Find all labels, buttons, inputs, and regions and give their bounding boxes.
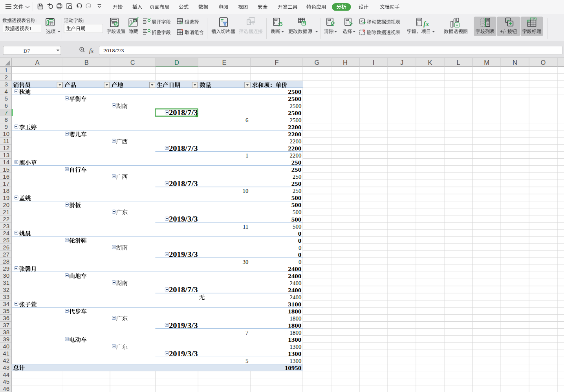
svg-text:30: 30 (3, 272, 9, 279)
svg-text:F: F (275, 59, 278, 66)
svg-text:8: 8 (5, 116, 8, 123)
svg-text:37: 37 (3, 322, 9, 328)
svg-text:500: 500 (291, 195, 302, 201)
svg-text:3: 3 (5, 81, 8, 88)
svg-text:2200: 2200 (289, 152, 301, 159)
svg-text:2019/3/3: 2019/3/3 (169, 251, 198, 258)
svg-text:2019/3/3: 2019/3/3 (169, 322, 198, 329)
svg-text:2500: 2500 (288, 96, 301, 102)
svg-text:17: 17 (3, 180, 9, 187)
svg-text:2200: 2200 (289, 138, 301, 145)
svg-text:10950: 10950 (285, 365, 302, 371)
svg-text:5: 5 (245, 358, 249, 364)
svg-text:30: 30 (243, 259, 249, 265)
svg-text:250: 250 (291, 167, 302, 173)
svg-text:2400: 2400 (288, 287, 301, 293)
svg-text:E: E (222, 59, 227, 66)
svg-text:26: 26 (3, 244, 9, 251)
svg-text:31: 31 (3, 279, 9, 286)
svg-text:3100: 3100 (288, 301, 301, 308)
svg-text:250: 250 (293, 174, 302, 180)
svg-text:2018/7/3: 2018/7/3 (169, 109, 198, 117)
svg-text:1800: 1800 (288, 308, 301, 315)
svg-text:1: 1 (5, 67, 8, 73)
svg-text:39: 39 (3, 336, 9, 343)
svg-text:2400: 2400 (289, 294, 301, 300)
svg-text:10: 10 (243, 188, 249, 194)
svg-text:O: O (541, 59, 546, 66)
svg-text:11: 11 (3, 137, 9, 144)
svg-text:N: N (513, 59, 517, 66)
svg-text:2019/3/3: 2019/3/3 (169, 215, 198, 223)
svg-text:250: 250 (293, 188, 302, 194)
svg-text:13: 13 (3, 152, 9, 158)
svg-text:0: 0 (298, 245, 302, 251)
svg-text:10: 10 (3, 130, 9, 137)
svg-text:36: 36 (3, 315, 9, 321)
svg-text:28: 28 (3, 258, 9, 265)
svg-text:H: H (343, 59, 348, 66)
svg-text:2018/7/3: 2018/7/3 (103, 48, 124, 53)
svg-text:46: 46 (3, 385, 9, 392)
svg-text:23: 23 (3, 223, 9, 229)
svg-text:0: 0 (298, 230, 302, 236)
svg-text:J: J (400, 59, 403, 66)
svg-text:2018/7/3: 2018/7/3 (169, 286, 198, 294)
svg-text:2019/3/3: 2019/3/3 (169, 350, 198, 357)
svg-text:6: 6 (245, 117, 249, 123)
svg-text:21: 21 (3, 209, 9, 215)
svg-text:250: 250 (291, 159, 302, 166)
svg-text:1300: 1300 (288, 337, 301, 343)
svg-text:fx: fx (89, 47, 93, 54)
svg-text:2200: 2200 (288, 145, 301, 152)
svg-text:40: 40 (3, 343, 9, 350)
svg-text:43: 43 (3, 364, 9, 371)
svg-text:1300: 1300 (288, 351, 301, 357)
svg-text:11: 11 (243, 223, 248, 230)
svg-text:500: 500 (291, 216, 302, 222)
svg-text:1800: 1800 (289, 330, 301, 336)
svg-text:6: 6 (5, 102, 8, 109)
svg-text:9: 9 (5, 123, 8, 130)
svg-text:D7: D7 (24, 48, 30, 54)
svg-text:G: G (315, 59, 320, 66)
svg-text:0: 0 (298, 252, 302, 258)
svg-text:19: 19 (3, 194, 9, 201)
svg-text:42: 42 (3, 357, 9, 364)
svg-text:20: 20 (3, 201, 9, 208)
svg-text:A: A (35, 59, 39, 66)
svg-text:22: 22 (3, 216, 9, 222)
svg-text:2200: 2200 (288, 124, 301, 130)
svg-text:B: B (84, 59, 89, 66)
svg-text:18: 18 (3, 187, 9, 194)
svg-text:34: 34 (3, 300, 9, 307)
svg-text:2500: 2500 (288, 110, 301, 116)
svg-text:M: M (484, 59, 489, 66)
svg-text:500: 500 (293, 209, 302, 215)
svg-text:K: K (428, 59, 432, 66)
svg-text:41: 41 (3, 350, 9, 357)
svg-text:2500: 2500 (289, 117, 301, 123)
svg-text:2500: 2500 (288, 89, 301, 95)
svg-text:2500: 2500 (289, 103, 301, 109)
svg-text:2: 2 (5, 74, 8, 81)
svg-text:0: 0 (298, 259, 302, 265)
svg-text:2200: 2200 (288, 131, 301, 137)
svg-text:1300: 1300 (289, 344, 301, 350)
svg-text:5: 5 (5, 95, 8, 102)
svg-text:7: 7 (245, 330, 249, 336)
svg-text:I: I (373, 59, 375, 66)
svg-text:35: 35 (3, 308, 9, 314)
svg-text:4: 4 (5, 88, 8, 95)
svg-text:44: 44 (3, 371, 9, 378)
svg-text:38: 38 (3, 329, 9, 335)
svg-text:1800: 1800 (289, 315, 301, 322)
svg-text:14: 14 (3, 159, 9, 165)
svg-text:12: 12 (3, 145, 9, 151)
svg-text:27: 27 (3, 251, 9, 258)
svg-text:29: 29 (3, 265, 9, 272)
svg-text:D: D (174, 59, 179, 66)
svg-text:C: C (130, 59, 135, 66)
svg-text:500: 500 (293, 223, 302, 230)
svg-text:2400: 2400 (289, 280, 301, 286)
